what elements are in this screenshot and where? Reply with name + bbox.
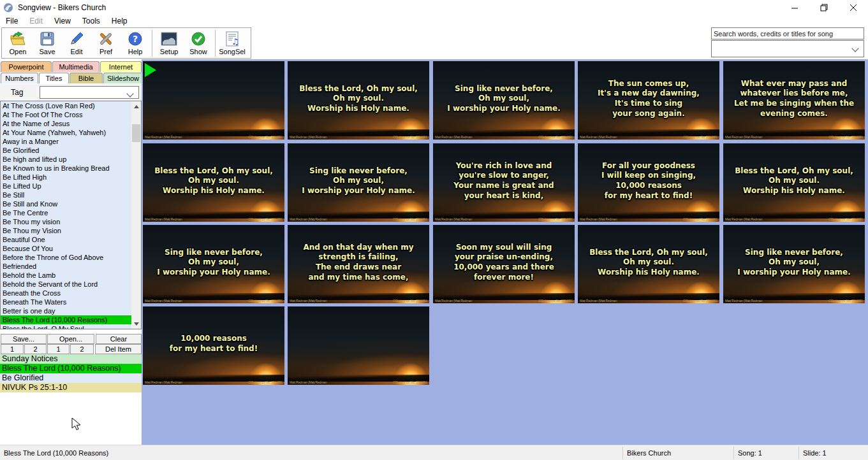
tag-dropdown[interactable] (40, 86, 139, 99)
show-button[interactable]: Show (184, 29, 213, 57)
songsel-icon: ♫ (224, 31, 240, 47)
lyric-line: I worship your Holy name. (290, 186, 427, 196)
slide-thumbnail[interactable]: Sing like never before,Oh my soul,I wors… (433, 61, 575, 140)
song-list-item[interactable]: Be Glorified (1, 146, 133, 155)
slide-thumbnail[interactable]: Sing like never before,Oh my soul,I wors… (143, 225, 284, 303)
lyric-line: Oh my soul, (145, 257, 282, 268)
song-list-item[interactable]: Away in a Manger (1, 137, 133, 146)
song-list-item[interactable]: At the Name of Jesus (1, 119, 133, 128)
minimize-button[interactable] (780, 0, 809, 15)
slide-credit-author: Matt Redman (Matt Redman (725, 135, 762, 139)
slot-1-2-button[interactable]: 2 (24, 344, 47, 354)
song-list-item[interactable]: Beneath The Waters (1, 298, 133, 306)
song-list-item[interactable]: Be Lifted High (1, 173, 133, 182)
slide-thumbnail[interactable]: You're rich in love andyou're slow to an… (433, 143, 575, 222)
playlist-item[interactable]: Be Glorified (0, 373, 142, 383)
song-list-item[interactable]: Because Of You (1, 244, 133, 253)
song-list-item[interactable]: Be Still (1, 190, 133, 199)
song-list-item[interactable]: Better is one day (1, 306, 133, 315)
slide-thumbnail[interactable]: Matt Redman (Matt RedmanCCL Licence No. … (288, 306, 429, 385)
song-list-item[interactable]: Be high and lifted up (1, 155, 133, 164)
menu-item-edit[interactable]: Edit (24, 15, 48, 27)
song-list-item[interactable]: Before the Throne of God Above (1, 253, 133, 262)
song-list-item[interactable]: Be Lifted Up (1, 182, 133, 190)
song-list-item[interactable]: Behold the Servant of the Lord (1, 280, 133, 289)
slide-thumbnail[interactable]: Bless the Lord, Oh my soul,Oh my soul.Wo… (723, 143, 865, 222)
menu-item-help[interactable]: Help (106, 15, 133, 27)
slide-thumbnail[interactable]: Bless the Lord, Oh my soul,Oh my soul.Wo… (288, 61, 429, 140)
save-button[interactable]: Save (33, 29, 62, 57)
song-list-item[interactable]: At Your Name (Yahweh, Yahweh) (1, 128, 133, 137)
slide-thumbnail[interactable]: Soon my soul will singyour praise un-end… (433, 225, 575, 303)
song-list-item[interactable]: Befriended (1, 262, 133, 271)
slide-thumbnail[interactable]: Matt Redman (Matt RedmanCCL Licence No. … (143, 61, 284, 140)
lyric-line: Oh my soul, (436, 94, 572, 104)
slide-thumbnail[interactable]: What ever may pass andwhatever lies befo… (723, 61, 865, 140)
slide-thumbnail[interactable]: The sun comes up,It's a new day dawning,… (578, 61, 719, 140)
song-list-item[interactable]: Be Known to us in Breaking Bread (1, 164, 133, 173)
divider (733, 447, 734, 459)
help-button[interactable]: ?Help (121, 29, 150, 57)
song-list-item[interactable]: At The Cross (Love Ran Red) (1, 101, 133, 110)
song-list-item[interactable]: Be Thou my vision (1, 217, 133, 226)
slot-2-1-button[interactable]: 1 (47, 344, 70, 354)
close-button[interactable] (839, 0, 868, 15)
song-list-item[interactable]: Beautiful One (1, 235, 133, 244)
restore-button[interactable] (809, 0, 839, 15)
slot-3-2-button[interactable]: 2 (70, 344, 94, 354)
slide-lyrics: Sing like never before,Oh my soul,I wors… (436, 71, 572, 127)
slot-0-1-button[interactable]: 1 (1, 344, 24, 354)
lyric-line: The end draws near (290, 262, 427, 273)
slide-thumbnail[interactable]: Bless the Lord, Oh my soul,Oh my soul.Wo… (143, 143, 284, 222)
scroll-down-icon[interactable] (131, 319, 141, 329)
open-button[interactable]: Open (3, 29, 33, 57)
open-button[interactable]: Open... (47, 334, 94, 344)
playlist-item[interactable]: Bless The Lord (10,000 Reasons) (0, 364, 142, 373)
song-list-item[interactable]: Beneath the Cross (1, 289, 133, 298)
save-button[interactable]: Save... (1, 334, 47, 344)
lyric-line: whatever lies before me, (726, 89, 862, 99)
menu-item-file[interactable]: File (0, 15, 24, 27)
slide-thumbnail[interactable]: Bless the Lord, Oh my soul,Oh my soul.Wo… (578, 225, 719, 303)
slide-credit-licence: CCL Licence No. 2084391 (683, 217, 717, 221)
tab-multimedia[interactable]: Multimedia (52, 61, 99, 72)
tab-bible[interactable]: Bible (70, 73, 103, 83)
slide-thumbnail[interactable]: And on that day when mystrength is faili… (288, 225, 429, 303)
tab-powerpoint[interactable]: Powerpoint (1, 61, 52, 72)
playlist-item[interactable]: NIVUK Ps 25:1-10 (0, 383, 142, 392)
song-list-item[interactable]: Be The Centre (1, 208, 133, 217)
slide-thumbnail[interactable]: Sing like never before,Oh my soul,I wors… (288, 143, 429, 222)
songsel-button[interactable]: ♫SongSel (217, 29, 247, 57)
menu-item-view[interactable]: View (48, 15, 77, 27)
tab-titles[interactable]: Titles (39, 73, 69, 83)
tab-internet[interactable]: Internet (100, 61, 142, 72)
slide-thumbnail[interactable]: For all your goodnessI will keep on sing… (578, 143, 719, 222)
slide-credit-licence: CCL Licence No. 2084391 (393, 299, 427, 303)
slide-thumbnail[interactable]: Sing like never before,Oh my soul,I wors… (723, 225, 865, 303)
lyric-line: Oh my soul. (290, 94, 427, 104)
search-input[interactable] (711, 27, 864, 40)
slide-thumbnail[interactable]: 10,000 reasonsfor my heart to find!Matt … (143, 306, 284, 385)
edit-button[interactable]: Edit (62, 29, 91, 57)
slide-credit-author: Matt Redman (Matt Redman (725, 217, 762, 221)
song-list-item[interactable]: At The Foot Of The Cross (1, 110, 133, 119)
lyric-line: Bless the Lord, Oh my soul, (290, 84, 427, 94)
song-list-item-selected[interactable]: Bless The Lord (10,000 Reasons) (1, 315, 133, 324)
tab-numbers[interactable]: Numbers (1, 73, 38, 83)
clear-button[interactable]: Clear (96, 334, 142, 344)
tab-slideshow[interactable]: Slideshow (103, 73, 143, 83)
setup-button[interactable]: Setup (154, 29, 184, 57)
playlist-item[interactable]: Sunday Notices (0, 354, 142, 364)
del-item-button[interactable]: Del Item (95, 344, 142, 354)
song-list-item[interactable]: Be Thou my Vision (1, 226, 133, 235)
song-list-item-partial[interactable]: Bless the Lord, O My Soul (1, 324, 133, 329)
scrollbar-thumb[interactable] (132, 124, 140, 142)
scroll-up-icon[interactable] (131, 101, 141, 111)
pref-button[interactable]: Pref (91, 29, 121, 57)
slide-credit-licence: CCL Licence No. 2084391 (538, 135, 573, 139)
song-list-scrollbar[interactable] (131, 101, 141, 329)
song-list-item[interactable]: Be Still and Know (1, 199, 133, 208)
search-results-dropdown[interactable] (711, 40, 864, 57)
menu-item-tools[interactable]: Tools (77, 15, 106, 27)
song-list-item[interactable]: Behold the Lamb (1, 271, 133, 280)
